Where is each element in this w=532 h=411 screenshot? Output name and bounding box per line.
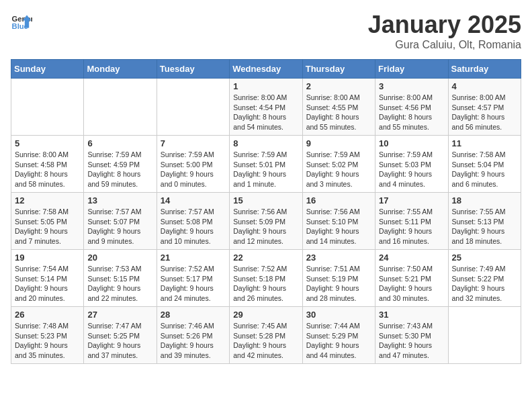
calendar-cell: 25Sunrise: 7:49 AM Sunset: 5:22 PM Dayli… [448,250,521,307]
calendar-cell: 14Sunrise: 7:57 AM Sunset: 5:08 PM Dayli… [157,193,229,250]
day-info: Sunrise: 8:00 AM Sunset: 4:57 PM Dayligh… [452,93,517,132]
day-number: 13 [87,195,152,205]
calendar-cell: 7Sunrise: 7:59 AM Sunset: 5:00 PM Daylig… [157,136,229,193]
calendar-week-row: 5Sunrise: 8:00 AM Sunset: 4:58 PM Daylig… [11,136,521,193]
day-number: 2 [306,81,371,91]
calendar-cell [157,79,229,136]
day-info: Sunrise: 7:55 AM Sunset: 5:13 PM Dayligh… [452,207,517,246]
day-info: Sunrise: 7:58 AM Sunset: 5:04 PM Dayligh… [452,150,517,189]
day-info: Sunrise: 7:59 AM Sunset: 5:02 PM Dayligh… [306,150,371,189]
calendar-cell: 21Sunrise: 7:52 AM Sunset: 5:17 PM Dayli… [157,250,229,307]
calendar-cell: 18Sunrise: 7:55 AM Sunset: 5:13 PM Dayli… [448,193,521,250]
calendar-cell: 8Sunrise: 7:59 AM Sunset: 5:01 PM Daylig… [230,136,302,193]
day-info: Sunrise: 7:59 AM Sunset: 5:01 PM Dayligh… [233,150,298,189]
day-number: 14 [161,195,226,205]
day-info: Sunrise: 7:56 AM Sunset: 5:10 PM Dayligh… [306,207,371,246]
calendar-cell: 19Sunrise: 7:54 AM Sunset: 5:14 PM Dayli… [11,250,84,307]
logo: General Blue [11,11,32,32]
day-info: Sunrise: 7:59 AM Sunset: 5:00 PM Dayligh… [161,150,226,189]
day-info: Sunrise: 7:59 AM Sunset: 5:03 PM Dayligh… [379,150,444,189]
day-info: Sunrise: 7:51 AM Sunset: 5:19 PM Dayligh… [306,264,371,304]
day-number: 25 [452,253,517,263]
calendar-cell: 27Sunrise: 7:47 AM Sunset: 5:25 PM Dayli… [84,307,157,364]
day-info: Sunrise: 7:59 AM Sunset: 4:59 PM Dayligh… [87,150,152,189]
day-info: Sunrise: 7:55 AM Sunset: 5:11 PM Dayligh… [379,207,444,246]
day-info: Sunrise: 7:46 AM Sunset: 5:26 PM Dayligh… [161,321,226,361]
day-info: Sunrise: 7:43 AM Sunset: 5:30 PM Dayligh… [379,321,444,361]
calendar-cell: 17Sunrise: 7:55 AM Sunset: 5:11 PM Dayli… [375,193,448,250]
calendar-cell: 13Sunrise: 7:57 AM Sunset: 5:07 PM Dayli… [84,193,157,250]
day-number: 30 [306,310,371,320]
calendar-cell: 30Sunrise: 7:44 AM Sunset: 5:29 PM Dayli… [302,307,375,364]
calendar-cell: 28Sunrise: 7:46 AM Sunset: 5:26 PM Dayli… [157,307,229,364]
calendar-week-row: 19Sunrise: 7:54 AM Sunset: 5:14 PM Dayli… [11,250,521,307]
day-number: 5 [15,138,80,148]
day-info: Sunrise: 7:47 AM Sunset: 5:25 PM Dayligh… [87,321,152,361]
day-number: 12 [15,195,80,205]
day-number: 11 [452,138,517,148]
day-info: Sunrise: 7:44 AM Sunset: 5:29 PM Dayligh… [306,321,371,361]
day-header: Saturday [448,60,521,79]
day-info: Sunrise: 7:45 AM Sunset: 5:28 PM Dayligh… [233,321,298,361]
day-number: 18 [452,195,517,205]
month-title: January 2025 [368,11,521,39]
day-number: 1 [233,81,298,91]
day-number: 15 [233,195,298,205]
day-info: Sunrise: 7:54 AM Sunset: 5:14 PM Dayligh… [15,264,80,304]
day-number: 8 [233,138,298,148]
day-number: 6 [87,138,152,148]
calendar-cell [84,79,157,136]
page-header: General Blue January 2025 Gura Caluiu, O… [11,11,521,51]
day-info: Sunrise: 8:00 AM Sunset: 4:58 PM Dayligh… [15,150,80,189]
day-header: Sunday [11,60,84,79]
calendar-cell: 22Sunrise: 7:52 AM Sunset: 5:18 PM Dayli… [230,250,302,307]
day-number: 24 [379,253,444,263]
calendar-cell: 31Sunrise: 7:43 AM Sunset: 5:30 PM Dayli… [375,307,448,364]
day-header: Tuesday [157,60,229,79]
day-info: Sunrise: 7:58 AM Sunset: 5:05 PM Dayligh… [15,207,80,246]
day-header: Monday [84,60,157,79]
day-info: Sunrise: 7:57 AM Sunset: 5:07 PM Dayligh… [87,207,152,246]
day-number: 3 [379,81,444,91]
day-info: Sunrise: 7:56 AM Sunset: 5:09 PM Dayligh… [233,207,298,246]
day-number: 16 [306,195,371,205]
calendar-cell: 2Sunrise: 8:00 AM Sunset: 4:55 PM Daylig… [302,79,375,136]
day-number: 21 [161,253,226,263]
day-info: Sunrise: 7:52 AM Sunset: 5:17 PM Dayligh… [161,264,226,304]
day-number: 23 [306,253,371,263]
day-number: 26 [15,310,80,320]
day-number: 29 [233,310,298,320]
calendar-cell: 9Sunrise: 7:59 AM Sunset: 5:02 PM Daylig… [302,136,375,193]
calendar-cell: 12Sunrise: 7:58 AM Sunset: 5:05 PM Dayli… [11,193,84,250]
calendar-cell [11,79,84,136]
day-info: Sunrise: 8:00 AM Sunset: 4:56 PM Dayligh… [379,93,444,132]
calendar-week-row: 26Sunrise: 7:48 AM Sunset: 5:23 PM Dayli… [11,307,521,364]
day-info: Sunrise: 7:52 AM Sunset: 5:18 PM Dayligh… [233,264,298,304]
calendar-cell: 26Sunrise: 7:48 AM Sunset: 5:23 PM Dayli… [11,307,84,364]
day-number: 7 [161,138,226,148]
day-number: 19 [15,253,80,263]
day-number: 27 [87,310,152,320]
calendar-cell: 15Sunrise: 7:56 AM Sunset: 5:09 PM Dayli… [230,193,302,250]
day-header: Thursday [302,60,375,79]
day-number: 10 [379,138,444,148]
calendar-cell [448,307,521,364]
day-info: Sunrise: 8:00 AM Sunset: 4:55 PM Dayligh… [306,93,371,132]
day-number: 17 [379,195,444,205]
calendar-table: SundayMondayTuesdayWednesdayThursdayFrid… [11,59,521,364]
title-block: January 2025 Gura Caluiu, Olt, Romania [368,11,521,51]
header-row: SundayMondayTuesdayWednesdayThursdayFrid… [11,60,521,79]
calendar-cell: 6Sunrise: 7:59 AM Sunset: 4:59 PM Daylig… [84,136,157,193]
location-subtitle: Gura Caluiu, Olt, Romania [368,39,521,51]
calendar-week-row: 12Sunrise: 7:58 AM Sunset: 5:05 PM Dayli… [11,193,521,250]
day-info: Sunrise: 8:00 AM Sunset: 4:54 PM Dayligh… [233,93,298,132]
calendar-cell: 29Sunrise: 7:45 AM Sunset: 5:28 PM Dayli… [230,307,302,364]
day-number: 31 [379,310,444,320]
day-number: 9 [306,138,371,148]
calendar-cell: 1Sunrise: 8:00 AM Sunset: 4:54 PM Daylig… [230,79,302,136]
day-number: 22 [233,253,298,263]
day-info: Sunrise: 7:50 AM Sunset: 5:21 PM Dayligh… [379,264,444,304]
day-info: Sunrise: 7:53 AM Sunset: 5:15 PM Dayligh… [87,264,152,304]
calendar-cell: 5Sunrise: 8:00 AM Sunset: 4:58 PM Daylig… [11,136,84,193]
calendar-cell: 23Sunrise: 7:51 AM Sunset: 5:19 PM Dayli… [302,250,375,307]
